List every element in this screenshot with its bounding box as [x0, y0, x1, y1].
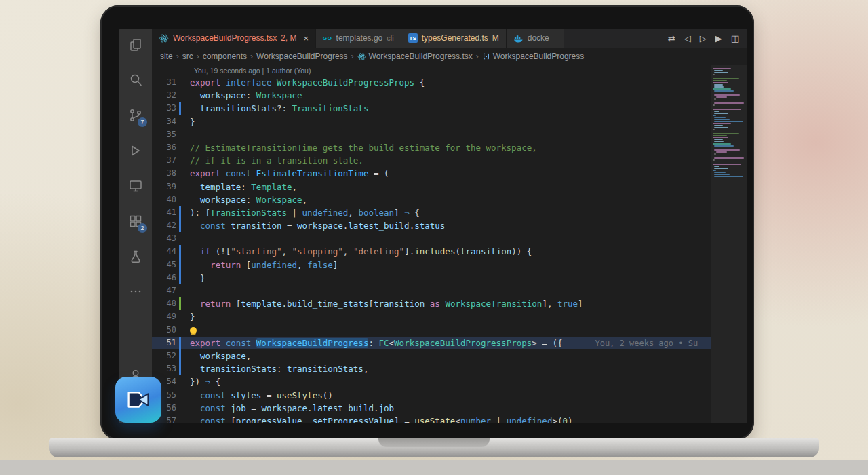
- code-line[interactable]: 45 return [undefined, false]: [152, 259, 711, 271]
- code-text: return [template.build_time_stats[transi…: [184, 297, 583, 310]
- code-line[interactable]: 47: [152, 284, 711, 297]
- code-line[interactable]: 44 if (!["starting", "stopping", "deleti…: [152, 245, 711, 258]
- minimap[interactable]: [711, 65, 747, 423]
- code-line[interactable]: 56 const job = workspace.latest_build.jo…: [152, 402, 711, 415]
- code-area[interactable]: You, 19 seconds ago | 1 author (You) 31e…: [152, 65, 711, 423]
- line-number: 42: [152, 219, 176, 232]
- code-text: const styles = useStyles(): [184, 389, 333, 402]
- gutter-change-marker: [176, 337, 184, 349]
- line-number: 48: [152, 297, 176, 310]
- code-line[interactable]: 53 transitionStats: transitionStats,: [152, 362, 711, 375]
- tab-problem-badge: 2, M: [281, 33, 296, 43]
- code-line[interactable]: 31export interface WorkspaceBuildProgres…: [152, 76, 711, 89]
- code-line[interactable]: 36// EstimateTransitionTime gets the bui…: [152, 141, 711, 154]
- code-lines: 31export interface WorkspaceBuildProgres…: [152, 76, 711, 423]
- symbol-icon: [482, 52, 490, 60]
- minimap-bar: [714, 127, 728, 128]
- code-line[interactable]: 35: [152, 128, 711, 141]
- minimap-bar: [714, 72, 728, 73]
- tab-typesgenerated-ts[interactable]: TS typesGenerated.ts M: [401, 28, 507, 48]
- code-line[interactable]: 52 workspace,: [152, 349, 711, 362]
- code-line[interactable]: 32 workspace: Workspace: [152, 89, 711, 102]
- code-line[interactable]: 54}) ⇒ {: [152, 375, 711, 388]
- code-text: [184, 284, 190, 297]
- code-line[interactable]: 50: [152, 324, 711, 337]
- run-debug-icon[interactable]: [127, 142, 144, 159]
- tab-templates-go[interactable]: GO templates.go cli: [316, 28, 401, 48]
- minimap-bar: [714, 157, 743, 159]
- code-text: export const WorkspaceBuildProgress: FC<…: [184, 337, 698, 349]
- remote-explorer-icon[interactable]: [127, 178, 144, 194]
- split-editor-icon[interactable]: ◫: [731, 33, 739, 43]
- laptop-screen-bezel: 7 2: [100, 5, 754, 440]
- vscode-window: 7 2: [119, 28, 747, 423]
- run-icon[interactable]: ▶: [715, 33, 722, 43]
- minimap-bar: [713, 74, 715, 75]
- tab-docker[interactable]: docke: [507, 28, 564, 48]
- line-number: 32: [152, 89, 176, 102]
- code-text: [184, 324, 199, 337]
- code-line[interactable]: 55 const styles = useStyles(): [152, 389, 711, 402]
- code-text: transitionStats?: TransitionStats: [184, 102, 368, 115]
- nav-back-icon[interactable]: ◁: [684, 33, 691, 43]
- more-icon[interactable]: [127, 284, 144, 300]
- minimap-bar: [714, 145, 733, 147]
- code-line[interactable]: 57 const [progressValue, setProgressValu…: [152, 415, 711, 423]
- editor-group: WorkspaceBuildProgress.tsx 2, M × GO tem…: [152, 28, 747, 423]
- source-control-badge: 7: [138, 117, 147, 127]
- nav-forward-icon[interactable]: ▷: [700, 33, 707, 43]
- app-logo-badge[interactable]: [115, 377, 161, 423]
- line-number: 44: [152, 245, 176, 258]
- breadcrumb-item[interactable]: WorkspaceBuildProgress.tsx: [357, 52, 473, 61]
- lightbulb-icon[interactable]: [190, 327, 197, 334]
- minimap-bar: [713, 133, 739, 134]
- gutter-change-marker: [176, 180, 184, 193]
- desktop-background: 7 2: [0, 0, 868, 475]
- code-text: // if it is in a transition state.: [184, 154, 363, 167]
- breadcrumb-item[interactable]: components: [203, 52, 247, 61]
- codelens-annotation[interactable]: You, 19 seconds ago | 1 author (You): [194, 65, 711, 76]
- minimap-bar: [714, 121, 743, 122]
- code-line[interactable]: 43: [152, 232, 711, 245]
- code-line[interactable]: 49}: [152, 310, 711, 323]
- minimap-bar: [713, 164, 741, 165]
- close-icon[interactable]: ×: [304, 33, 309, 43]
- minimap-content: [713, 68, 745, 177]
- minimap-bar: [713, 109, 741, 110]
- docker-icon: [513, 33, 524, 43]
- search-icon[interactable]: [127, 72, 144, 88]
- minimap-bar: [714, 119, 730, 120]
- code-line[interactable]: 51export const WorkspaceBuildProgress: F…: [152, 337, 711, 349]
- gutter-change-marker: [176, 89, 184, 102]
- explorer-icon[interactable]: [127, 37, 144, 53]
- line-number: 53: [152, 362, 176, 375]
- extensions-badge: 2: [138, 223, 147, 233]
- breadcrumb-item[interactable]: WorkspaceBuildProgress: [482, 52, 585, 61]
- code-line[interactable]: 37// if it is in a transition state.: [152, 154, 711, 167]
- minimap-bar: [714, 86, 724, 88]
- code-line[interactable]: 40 workspace: Workspace,: [152, 193, 711, 206]
- code-line[interactable]: 34}: [152, 115, 711, 128]
- test-beaker-icon[interactable]: [127, 248, 144, 265]
- code-line[interactable]: 46 }: [152, 271, 711, 284]
- compare-icon[interactable]: ⇄: [668, 33, 675, 43]
- line-number: 43: [152, 232, 176, 245]
- line-number: 34: [152, 115, 176, 128]
- breadcrumb-item[interactable]: src: [182, 52, 193, 61]
- tab-workspacebuildprogress[interactable]: WorkspaceBuildProgress.tsx 2, M ×: [152, 28, 316, 48]
- code-line[interactable]: 48 return [template.build_time_stats[tra…: [152, 297, 711, 310]
- breadcrumb-item[interactable]: WorkspaceBuildProgress: [256, 52, 348, 61]
- minimap-bar: [713, 143, 731, 145]
- code-line[interactable]: 39 template: Template,: [152, 180, 711, 193]
- tab-label: templates.go: [336, 33, 383, 43]
- minimap-bar: [713, 104, 715, 106]
- code-line[interactable]: 42 const transition = workspace.latest_b…: [152, 219, 711, 232]
- code-line[interactable]: 41): [TransitionStats | undefined, boole…: [152, 206, 711, 219]
- extensions-icon[interactable]: 2: [127, 213, 144, 229]
- code-line[interactable]: 33 transitionStats?: TransitionStats: [152, 102, 711, 115]
- breadcrumb-item[interactable]: site: [160, 52, 173, 61]
- minimap-bar: [714, 111, 719, 112]
- code-line[interactable]: 38export const EstimateTransitionTime = …: [152, 167, 711, 180]
- source-control-icon[interactable]: 7: [127, 107, 144, 124]
- tab-modified-badge: M: [492, 33, 499, 43]
